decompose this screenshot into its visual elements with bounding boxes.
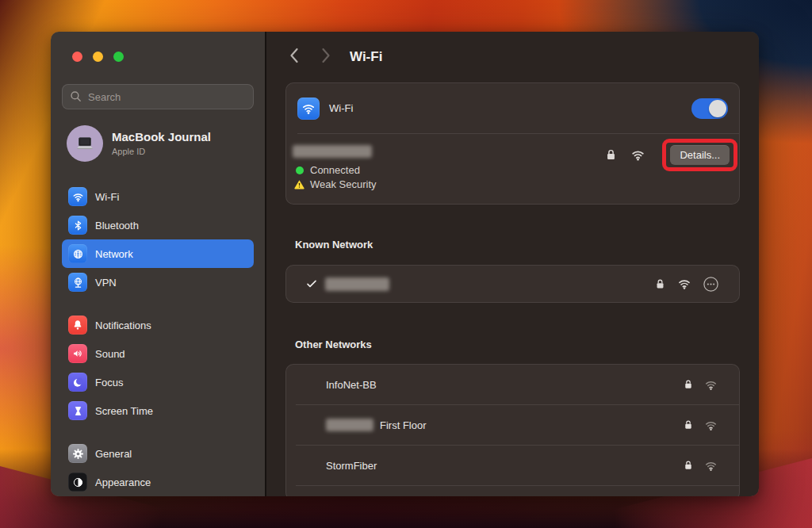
search-input[interactable] <box>62 84 254 109</box>
red-highlight-annotation: Details... <box>662 139 737 171</box>
wifi-toggle-switch[interactable] <box>691 98 728 119</box>
close-button[interactable] <box>72 52 82 62</box>
lock-icon <box>603 147 619 163</box>
connected-row-controls: Details... <box>603 139 737 171</box>
globe-icon <box>68 244 87 263</box>
gear-icon <box>68 444 87 463</box>
profile-name: MacBook Journal <box>112 129 211 144</box>
hourglass-icon <box>68 401 87 420</box>
warning-label: Weak Security <box>310 178 377 190</box>
sidebar-item-label: General <box>95 448 132 460</box>
sidebar-item-label: Network <box>95 248 133 260</box>
security-warning: Weak Security <box>293 178 728 190</box>
sidebar-item-wifi[interactable]: Wi-Fi <box>62 182 254 211</box>
sidebar-item-notifications[interactable]: Notifications <box>62 311 254 339</box>
sidebar-item-sound[interactable]: Sound <box>62 339 254 368</box>
sidebar-item-general[interactable]: General <box>62 439 254 468</box>
sidebar-item-label: VPN <box>95 277 117 289</box>
sidebar-item-focus[interactable]: Focus <box>62 368 254 396</box>
known-network-heading: Known Network <box>295 239 759 251</box>
sidebar-item-label: Appearance <box>95 476 151 488</box>
back-chevron-icon[interactable] <box>288 47 301 67</box>
page-title: Wi-Fi <box>350 49 382 65</box>
known-row-icons <box>653 275 720 293</box>
green-status-dot-icon <box>296 166 304 174</box>
nav-group-general: General Appearance <box>51 439 265 496</box>
moon-icon <box>68 373 87 392</box>
sidebar-item-label: Screen Time <box>95 405 153 417</box>
vpn-globe-icon <box>68 273 87 292</box>
network-row-stormfiber[interactable]: StormFiber <box>286 446 739 485</box>
sidebar-item-label: Bluetooth <box>95 220 139 231</box>
wifi-signal-icon <box>676 276 692 292</box>
minimize-button[interactable] <box>93 52 103 62</box>
other-networks-card: InfoNet-BB First Floor <box>285 364 740 496</box>
sidebar-item-label: Sound <box>95 348 125 360</box>
checkmark-icon <box>305 277 318 290</box>
network-row-first-floor[interactable]: First Floor <box>286 405 739 445</box>
connected-network-row: Connected Weak Security <box>286 134 739 204</box>
status-label: Connected <box>310 164 360 176</box>
sidebar-item-label: Wi-Fi <box>95 191 119 203</box>
network-name: First Floor <box>380 419 427 431</box>
lock-icon <box>682 378 695 391</box>
known-network-card <box>285 265 740 303</box>
lock-icon <box>653 277 667 291</box>
redacted-name-prefix <box>326 419 373 431</box>
network-name: StormFiber <box>326 460 377 472</box>
known-network-row[interactable] <box>286 266 739 302</box>
redacted-network-name <box>325 277 389 291</box>
apple-id-profile[interactable]: MacBook Journal Apple ID <box>67 125 254 162</box>
content-pane: Wi-Fi Wi-Fi Connected <box>266 32 759 496</box>
wifi-signal-icon <box>630 147 646 163</box>
profile-text: MacBook Journal Apple ID <box>112 129 211 158</box>
sidebar-item-appearance[interactable]: Appearance <box>62 468 254 496</box>
toggle-knob <box>709 100 726 117</box>
details-button[interactable]: Details... <box>670 145 730 165</box>
sidebar-nav: Wi-Fi Bluetooth Network <box>51 182 265 496</box>
redacted-network-name <box>293 145 372 158</box>
row-icons <box>682 377 718 392</box>
network-name: InfoNet-BB <box>326 379 377 391</box>
search-field-wrap <box>62 84 254 109</box>
other-networks-heading: Other Networks <box>295 339 759 351</box>
row-divider <box>296 485 739 486</box>
sidebar-item-screen-time[interactable]: Screen Time <box>62 396 254 425</box>
wifi-toggle-row: Wi-Fi <box>286 83 739 133</box>
bluetooth-icon <box>68 216 87 235</box>
nav-group-network: Wi-Fi Bluetooth Network <box>51 182 265 297</box>
window-controls <box>51 32 265 62</box>
sidebar-item-vpn[interactable]: VPN <box>62 268 254 297</box>
bell-icon <box>68 316 87 335</box>
sidebar-item-network[interactable]: Network <box>62 239 254 268</box>
wifi-signal-weak-icon <box>703 458 718 473</box>
contrast-icon <box>68 473 87 492</box>
wifi-icon <box>68 187 87 206</box>
sidebar-item-bluetooth[interactable]: Bluetooth <box>62 211 254 239</box>
wifi-signal-weak-icon <box>703 418 718 433</box>
network-row-infonet[interactable]: InfoNet-BB <box>286 365 739 404</box>
more-options-icon[interactable] <box>702 275 720 293</box>
nav-group-alerts: Notifications Sound Focus <box>51 311 265 425</box>
laptop-icon <box>73 132 97 155</box>
zoom-button[interactable] <box>113 52 124 62</box>
profile-subtitle: Apple ID <box>112 146 211 158</box>
lock-icon <box>682 419 695 431</box>
forward-chevron-icon[interactable] <box>320 47 332 67</box>
lock-icon <box>682 459 695 472</box>
system-settings-window: MacBook Journal Apple ID Wi-Fi <box>51 32 759 496</box>
avatar <box>67 125 103 162</box>
wifi-card: Wi-Fi Connected Weak Security <box>285 82 740 205</box>
content-header: Wi-Fi <box>266 32 759 82</box>
row-icons <box>682 418 718 433</box>
sidebar: MacBook Journal Apple ID Wi-Fi <box>51 32 265 496</box>
row-icons <box>682 458 718 473</box>
sidebar-item-label: Focus <box>95 377 123 388</box>
speaker-icon <box>68 344 87 363</box>
sidebar-item-label: Notifications <box>95 319 151 331</box>
wifi-signal-weak-icon <box>703 377 718 392</box>
desktop-wallpaper: MacBook Journal Apple ID Wi-Fi <box>0 0 812 528</box>
warning-triangle-icon <box>293 178 305 190</box>
wifi-toggle-label: Wi-Fi <box>329 102 353 114</box>
wifi-app-icon <box>297 98 320 120</box>
